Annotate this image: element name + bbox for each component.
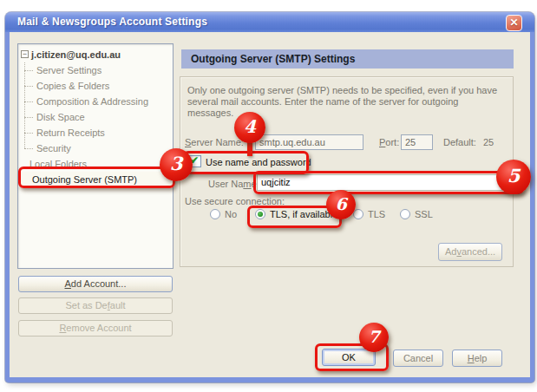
button-label: elp <box>475 353 488 363</box>
radio-ssl[interactable] <box>400 209 410 219</box>
button-label: ault <box>110 300 126 310</box>
server-name-label: Server Name: <box>185 137 244 148</box>
window-title: Mail & Newsgroups Account Settings <box>17 16 207 28</box>
tree-item-security[interactable]: Security <box>18 140 173 156</box>
button-label: A <box>65 278 71 289</box>
annotation-step-5: 5 <box>496 160 531 194</box>
annotation-box-user-name <box>253 171 524 194</box>
annotation-step-6: 6 <box>326 190 356 219</box>
tree-item-label: Return Receipts <box>36 127 105 138</box>
account-label: j.citizen@uq.edu.au <box>31 49 121 60</box>
account-tree: − j.citizen@uq.edu.au Server Settings Co… <box>17 43 174 269</box>
close-icon[interactable]: ✕ <box>506 15 522 31</box>
help-button[interactable]: Help <box>452 350 502 367</box>
tree-item-label: Security <box>36 143 71 154</box>
button-label: Set as De <box>65 300 107 310</box>
radio-no-label[interactable]: No <box>225 209 237 220</box>
default-port-label: Default: <box>443 137 476 148</box>
radio-tls-label[interactable]: TLS <box>368 209 385 220</box>
label-text: User Na <box>208 179 243 189</box>
label-text: m <box>243 179 251 189</box>
label-text: ort: <box>385 137 399 147</box>
set-as-default-button: Set as Default <box>18 297 173 314</box>
annotation-step-7: 7 <box>359 323 389 352</box>
button-label: anced... <box>462 246 495 257</box>
tree-item-disk-space[interactable]: Disk Space <box>18 109 173 125</box>
button-label: dd Account... <box>71 278 127 289</box>
radio-no[interactable] <box>210 209 220 219</box>
add-account-button[interactable]: Add Account... <box>18 276 173 292</box>
tree-item-return-receipts[interactable]: Return Receipts <box>18 125 173 140</box>
tree-item-label: Copies & Folders <box>36 81 109 91</box>
port-label: Port: <box>379 137 399 148</box>
tree-item-label: Composition & Addressing <box>36 96 148 107</box>
button-label: H <box>468 353 475 363</box>
radio-tls[interactable] <box>353 209 363 219</box>
button-label: Ad <box>445 246 456 257</box>
cancel-button[interactable]: Cancel <box>393 350 443 367</box>
smtp-description: Only one outgoing server (SMTP) needs to… <box>187 85 510 119</box>
tree-item-server-settings[interactable]: Server Settings <box>18 62 173 78</box>
advanced-button: Advanced... <box>438 243 502 261</box>
default-port-value: 25 <box>483 137 494 148</box>
radio-ssl-label[interactable]: SSL <box>415 209 433 220</box>
tree-item-copies-folders[interactable]: Copies & Folders <box>18 78 173 94</box>
account-settings-window: Mail & Newsgroups Account Settings ✕ − j… <box>5 12 534 382</box>
collapse-icon[interactable]: − <box>21 50 29 58</box>
user-name-label: User Name: <box>208 179 259 190</box>
button-label: emove Account <box>66 323 131 333</box>
annotation-step-4: 4 <box>234 112 265 143</box>
tree-item-label: Disk Space <box>36 112 85 122</box>
remove-account-button: Remove Account <box>18 320 173 336</box>
tree-item-account[interactable]: − j.citizen@uq.edu.au <box>18 47 173 62</box>
port-input[interactable]: 25 <box>401 134 433 150</box>
annotation-step-3: 3 <box>160 148 193 181</box>
annotation-box-outgoing-server <box>18 167 175 188</box>
tree-item-label: Server Settings <box>36 65 102 75</box>
server-name-input[interactable]: smtp.uq.edu.au <box>255 134 363 150</box>
title-bar: Mail & Newsgroups Account Settings ✕ <box>5 12 534 32</box>
tree-item-composition-addressing[interactable]: Composition & Addressing <box>18 94 173 109</box>
label-text: erver Name: <box>191 137 244 147</box>
panel-header: Outgoing Server (SMTP) Settings <box>181 49 514 69</box>
